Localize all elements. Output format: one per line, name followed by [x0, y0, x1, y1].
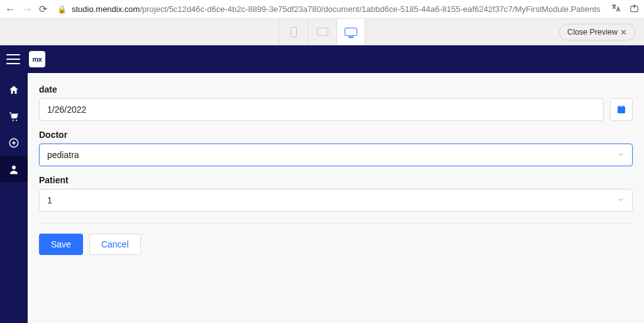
close-preview-button[interactable]: Close Preview ✕ [559, 23, 635, 40]
sidebar-item-add[interactable] [0, 130, 28, 156]
main-area: date 1/26/2022 Doctor pediatra Patient 1 [0, 73, 644, 323]
lock-icon: 🔒 [57, 5, 67, 14]
share-icon[interactable] [630, 4, 639, 15]
url-text: studio.mendix.com/project/5c12d46c-d6ce-… [72, 4, 601, 14]
date-group: date 1/26/2022 [39, 84, 633, 121]
svg-rect-5 [619, 105, 620, 107]
date-value: 1/26/2022 [47, 105, 86, 115]
hamburger-menu-icon[interactable] [6, 54, 20, 64]
back-button[interactable]: ← [5, 3, 16, 16]
user-icon [8, 164, 19, 175]
chevron-down-icon [617, 150, 625, 160]
sidebar [0, 73, 28, 323]
button-row: Save Cancel [39, 234, 633, 255]
date-label: date [39, 84, 633, 94]
sidebar-item-user[interactable] [0, 156, 28, 183]
browser-right-icons: ☆ K ⋮ [611, 3, 645, 16]
device-desktop-button[interactable] [336, 19, 365, 45]
device-tablet-button[interactable] [308, 19, 336, 45]
device-switcher [279, 19, 365, 45]
forward-button[interactable]: → [22, 3, 33, 16]
translate-icon[interactable] [611, 3, 621, 15]
form-content: date 1/26/2022 Doctor pediatra Patient 1 [28, 73, 644, 323]
patient-select[interactable]: 1 [39, 189, 633, 212]
save-button[interactable]: Save [39, 234, 83, 255]
sidebar-item-home[interactable] [0, 77, 28, 103]
patient-value: 1 [47, 195, 52, 205]
browser-toolbar: ← → ⟳ 🔒 studio.mendix.com/project/5c12d4… [0, 0, 644, 19]
calendar-icon [616, 105, 626, 115]
reload-button[interactable]: ⟳ [39, 3, 47, 15]
address-bar[interactable]: 🔒 studio.mendix.com/project/5c12d46c-d6c… [53, 4, 604, 14]
datepicker-button[interactable] [610, 98, 633, 121]
cart-icon [8, 111, 19, 122]
device-phone-button[interactable] [279, 19, 308, 45]
patient-label: Patient [39, 175, 633, 185]
doctor-select[interactable]: pediatra [39, 144, 633, 166]
app-topbar: mx [0, 45, 644, 73]
save-button-label: Save [51, 239, 71, 249]
svg-rect-4 [618, 106, 625, 108]
preview-toolbar: Close Preview ✕ [0, 19, 644, 45]
doctor-group: Doctor pediatra [39, 130, 633, 166]
mendix-logo: mx [29, 51, 45, 67]
patient-group: Patient 1 [39, 175, 633, 212]
date-input[interactable]: 1/26/2022 [39, 98, 604, 121]
separator [39, 223, 633, 224]
plus-circle-icon [8, 137, 19, 149]
cancel-button-label: Cancel [101, 239, 129, 249]
close-icon: ✕ [620, 27, 627, 37]
close-preview-label: Close Preview [567, 28, 618, 37]
svg-rect-6 [623, 105, 623, 107]
doctor-value: pediatra [47, 150, 79, 160]
cancel-button[interactable]: Cancel [89, 234, 141, 255]
home-icon [8, 84, 19, 96]
doctor-label: Doctor [39, 130, 633, 140]
sidebar-item-cart[interactable] [0, 103, 28, 130]
svg-point-2 [12, 166, 16, 169]
chevron-down-icon [617, 195, 625, 205]
